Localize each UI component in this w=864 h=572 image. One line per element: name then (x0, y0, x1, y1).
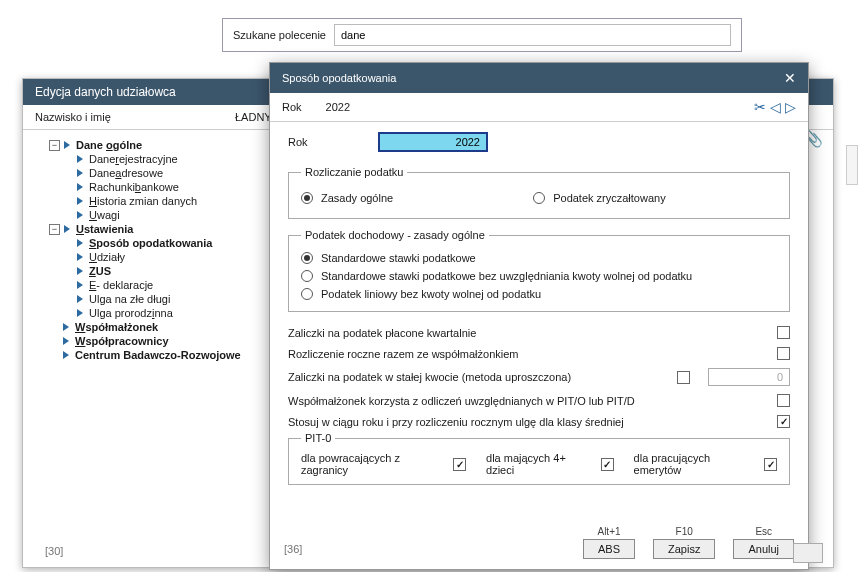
triangle-icon (77, 183, 83, 191)
triangle-icon (77, 211, 83, 219)
dialog-title-bar: Sposób opodatkowania ✕ (270, 63, 808, 93)
check-fixed-advance: Zaliczki na podatek w stałej kwocie (met… (288, 364, 790, 390)
dialog-id: [36] (284, 543, 302, 555)
radio-general-rules[interactable]: Zasady ogólne (301, 189, 393, 207)
triangle-icon (63, 337, 69, 345)
checkbox[interactable] (777, 415, 790, 428)
check-annual-spouse: Rozliczenie roczne razem ze współmałżonk… (288, 343, 790, 364)
button-row: Alt+1ABS F10Zapisz EscAnuluj (583, 526, 794, 559)
dialog-title: Sposób opodatkowania (282, 72, 396, 84)
checkbox[interactable] (601, 458, 614, 471)
rok-label: Rok (288, 136, 378, 148)
ghost-scroll (846, 145, 858, 185)
pit0-pensioners: dla pracujących emerytów (634, 452, 777, 476)
search-label: Szukane polecenie (233, 29, 326, 41)
triangle-icon (77, 239, 83, 247)
name-label: Nazwisko i imię (35, 111, 235, 123)
pit0-group: PIT-0 dla powracających z zagranicy dla … (288, 432, 790, 485)
checkbox[interactable] (777, 326, 790, 339)
dialog-body: Rok Rozliczanie podatku Zasady ogólne Po… (270, 122, 808, 505)
year-header: Rok 2022 ✂ ◁ ▷ (270, 93, 808, 122)
close-icon[interactable]: ✕ (784, 70, 796, 86)
shortcut-label: Alt+1 (597, 526, 620, 537)
rok-row: Rok (288, 132, 790, 152)
radio-flat-rate[interactable]: Podatek zryczałtowany (533, 189, 666, 207)
triangle-icon (77, 253, 83, 261)
check-spouse-deductions: Współmałżonek korzysta z odliczeń uwzglę… (288, 390, 790, 411)
search-input[interactable] (334, 24, 731, 46)
radio-icon (301, 288, 313, 300)
window-id: [30] (45, 545, 63, 557)
triangle-icon (77, 309, 83, 317)
triangle-icon (77, 169, 83, 177)
legend-settlement: Rozliczanie podatku (301, 166, 407, 178)
shortcut-label: Esc (755, 526, 772, 537)
checkbox[interactable] (453, 458, 466, 471)
year-value: 2022 (326, 101, 350, 113)
triangle-icon (77, 155, 83, 163)
triangle-icon (77, 281, 83, 289)
triangle-icon (77, 295, 83, 303)
radio-linear[interactable]: Podatek liniowy bez kwoty wolnej od poda… (301, 285, 777, 303)
triangle-icon (77, 197, 83, 205)
prev-icon[interactable]: ◁ (770, 99, 781, 115)
triangle-icon (64, 225, 70, 233)
radio-icon (301, 270, 313, 282)
tax-settlement-group: Rozliczanie podatku Zasady ogólne Podate… (288, 166, 790, 219)
ghost-button (793, 543, 823, 563)
radio-standard-rates[interactable]: Standardowe stawki podatkowe (301, 249, 777, 267)
radio-icon (301, 252, 313, 264)
income-tax-group: Podatek dochodowy - zasady ogólne Standa… (288, 229, 790, 312)
pit0-returning: dla powracających z zagranicy (301, 452, 466, 476)
checkbox[interactable] (677, 371, 690, 384)
checkbox[interactable] (777, 347, 790, 360)
scissors-icon[interactable]: ✂ (754, 99, 766, 115)
save-button[interactable]: Zapisz (653, 539, 715, 559)
next-icon[interactable]: ▷ (785, 99, 796, 115)
triangle-icon (77, 267, 83, 275)
radio-no-free-amount[interactable]: Standardowe stawki podatkowe bez uwzględ… (301, 267, 777, 285)
checkbox[interactable] (777, 394, 790, 407)
year-label: Rok (282, 101, 302, 113)
nav-controls: ✂ ◁ ▷ (754, 99, 796, 115)
legend-income: Podatek dochodowy - zasady ogólne (301, 229, 489, 241)
check-quarterly: Zaliczki na podatek płacone kwartalnie (288, 322, 790, 343)
fixed-amount-input[interactable] (708, 368, 790, 386)
abs-button[interactable]: ABS (583, 539, 635, 559)
search-bar: Szukane polecenie (222, 18, 742, 52)
cancel-button[interactable]: Anuluj (733, 539, 794, 559)
radio-icon (301, 192, 313, 204)
collapse-icon[interactable]: − (49, 224, 60, 235)
triangle-icon (64, 141, 70, 149)
triangle-icon (63, 323, 69, 331)
checkbox[interactable] (764, 458, 777, 471)
radio-icon (533, 192, 545, 204)
taxation-dialog: Sposób opodatkowania ✕ Rok 2022 ✂ ◁ ▷ Ro… (269, 62, 809, 570)
shortcut-label: F10 (676, 526, 693, 537)
legend-pit0: PIT-0 (301, 432, 335, 444)
triangle-icon (63, 351, 69, 359)
check-middle-class-relief: Stosuj w ciągu roku i przy rozliczeniu r… (288, 411, 790, 432)
collapse-icon[interactable]: − (49, 140, 60, 151)
pit0-children: dla mających 4+ dzieci (486, 452, 614, 476)
rok-input[interactable] (378, 132, 488, 152)
